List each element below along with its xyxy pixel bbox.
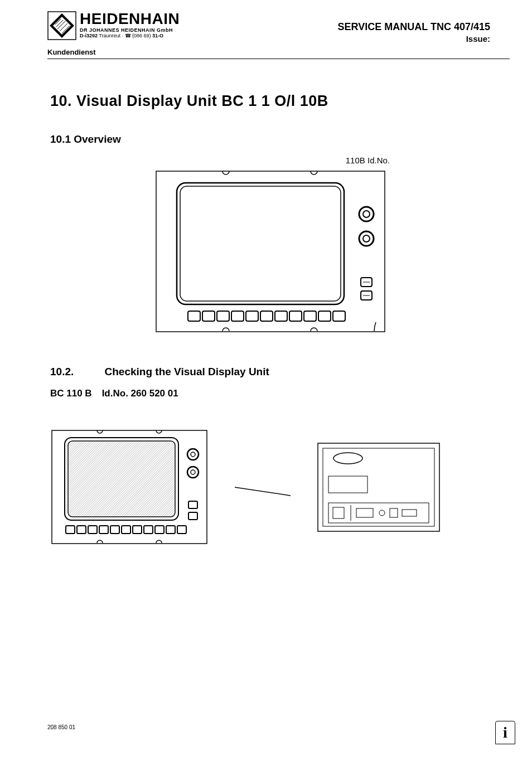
svg-rect-63 [402,510,417,516]
svg-rect-43 [88,526,97,534]
manual-title-block: SERVICE MANUAL TNC 407/415 Issue: [338,11,490,43]
svg-rect-24 [246,311,258,321]
svg-rect-20 [188,311,200,321]
section-title: Visual Display Unit BC 1 1 O/l 10B [76,93,328,109]
svg-rect-27 [289,311,302,321]
svg-marker-2 [53,17,71,35]
svg-point-36 [191,452,195,457]
svg-rect-44 [99,526,108,534]
section-number: 10.1 [50,133,71,146]
svg-rect-46 [122,526,130,534]
figure-display-unit-front [156,171,385,332]
svg-rect-10 [177,183,344,304]
svg-rect-48 [144,526,153,534]
manual-title: SERVICE MANUAL TNC 407/415 [338,21,490,33]
figure-display-unit-rear [317,443,440,532]
svg-rect-34 [68,441,175,517]
section-10-2-heading: 10.2. Checking the Visual Display Unit [50,366,490,378]
svg-rect-45 [110,526,119,534]
svg-point-56 [333,453,362,464]
svg-rect-62 [390,508,398,517]
idno-value: 260 520 01 [131,388,178,399]
manual-issue: Issue: [338,34,490,43]
kundendienst-label: Kundendienst [0,48,532,59]
svg-rect-47 [133,526,142,534]
page-header: HEIDENHAIN DR JOHANNES HEIDENHAIN GmbH D… [0,0,532,48]
svg-rect-51 [177,526,186,534]
company-address: D-i3292 Traunreut · ☎ (086 69) 31-O [80,33,180,38]
page-content: 10. Visual Display Unit BC 1 1 O/l 10B 1… [0,59,532,544]
heidenhain-logo-icon [47,11,76,40]
footer-document-number: 208 850 01 [47,724,75,730]
svg-rect-50 [166,526,175,534]
svg-rect-28 [304,311,316,321]
svg-point-13 [363,211,370,217]
figure-display-unit-small [51,430,207,544]
svg-point-38 [191,470,195,474]
svg-rect-41 [66,526,75,534]
svg-rect-57 [328,476,367,493]
svg-rect-25 [260,311,273,321]
figure-row [50,430,490,544]
svg-rect-42 [77,526,86,534]
svg-rect-30 [333,311,345,321]
svg-point-37 [187,467,199,478]
section-number: 10.2. [50,366,74,378]
svg-point-15 [363,235,370,242]
company-text: HEIDENHAIN DR JOHANNES HEIDENHAIN GmbH D… [80,11,180,38]
svg-rect-11 [180,186,341,301]
section-number: 10. [50,93,72,110]
section-10-heading: 10. Visual Display Unit BC 1 1 O/l 10B [50,93,490,110]
logo-block: HEIDENHAIN DR JOHANNES HEIDENHAIN GmbH D… [47,11,180,40]
svg-rect-40 [188,512,197,520]
svg-rect-49 [155,526,164,534]
svg-rect-55 [323,448,434,526]
device-id-line: BC 110 BId.No. 260 520 01 [50,388,490,399]
svg-point-12 [359,207,374,221]
svg-rect-59 [333,507,344,518]
svg-rect-60 [356,508,373,517]
svg-rect-9 [156,171,385,332]
connector-line [235,471,291,504]
svg-rect-22 [217,311,229,321]
company-name: HEIDENHAIN [80,11,180,27]
svg-point-61 [379,510,385,516]
svg-rect-21 [202,311,215,321]
company-subtitle: DR JOHANNES HEIDENHAIN GmbH [80,28,180,33]
svg-rect-39 [188,501,197,508]
svg-rect-58 [328,503,429,523]
svg-rect-26 [275,311,287,321]
svg-rect-54 [318,443,439,531]
svg-rect-29 [318,311,331,321]
figure1-id-label: 110B Id.No. [50,156,490,165]
device-model: BC 110 B [50,388,92,399]
svg-point-35 [187,449,199,460]
info-icon: i [495,721,515,744]
section-title: Overview [74,133,121,145]
idno-label: Id.No. [102,388,128,399]
svg-line-52 [235,487,291,496]
svg-rect-23 [231,311,244,321]
svg-point-14 [359,231,374,246]
section-10-1-heading: 10.1 Overview [50,133,490,146]
section-title: Checking the Visual Display Unit [105,366,269,377]
